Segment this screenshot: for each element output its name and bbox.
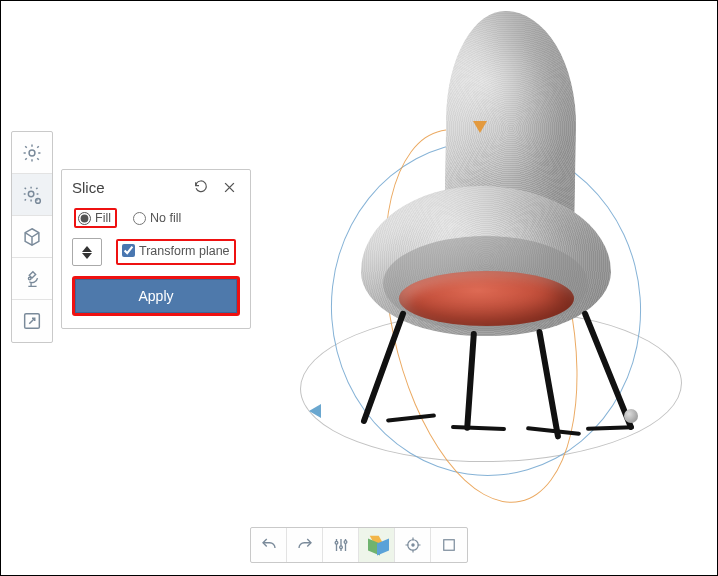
target-icon — [404, 536, 422, 554]
svg-point-2 — [36, 198, 41, 203]
redo-icon — [296, 536, 314, 554]
nofill-radio-label: No fill — [150, 211, 181, 225]
scene — [251, 11, 711, 511]
settings-tool[interactable] — [12, 132, 52, 174]
adjust-button[interactable] — [323, 528, 359, 562]
crop-icon — [440, 536, 458, 554]
svg-rect-10 — [444, 540, 455, 551]
axis-handle-sphere[interactable] — [624, 409, 638, 423]
gear-icon — [21, 142, 43, 164]
crop-button[interactable] — [431, 528, 467, 562]
sliders-icon — [332, 536, 350, 554]
svg-point-0 — [29, 150, 35, 156]
slice-panel: Slice Fill No fill — [61, 169, 251, 329]
close-button[interactable] — [218, 176, 240, 198]
chair-foot — [386, 413, 436, 422]
transform-plane-highlight: Transform plane — [116, 239, 236, 265]
chair-model — [331, 11, 631, 441]
svg-point-9 — [411, 544, 413, 546]
undo-icon — [260, 536, 278, 554]
svg-point-1 — [28, 191, 33, 197]
undo-button[interactable] — [251, 528, 287, 562]
chair-cushion — [399, 271, 574, 326]
axis-handle-orange[interactable] — [473, 121, 487, 133]
center-button[interactable] — [395, 528, 431, 562]
bottom-toolbar — [250, 527, 468, 563]
mesh-tool[interactable] — [12, 216, 52, 258]
reset-icon — [193, 179, 209, 195]
chair-leg — [536, 328, 561, 439]
apply-button[interactable]: Apply — [75, 279, 237, 313]
cube-icon — [368, 536, 386, 554]
transform-plane-label: Transform plane — [139, 244, 230, 258]
reset-button[interactable] — [190, 176, 212, 198]
transform-plane-checkbox[interactable]: Transform plane — [122, 244, 230, 258]
svg-point-3 — [28, 277, 31, 280]
fill-radio-label: Fill — [95, 211, 111, 225]
axis-handle-blue[interactable] — [309, 404, 321, 418]
fill-radio[interactable]: Fill — [74, 208, 117, 228]
export-tool[interactable] — [12, 300, 52, 342]
chair-leg — [360, 310, 407, 425]
redo-button[interactable] — [287, 528, 323, 562]
svg-point-6 — [339, 546, 342, 549]
fill-mode-row: Fill No fill — [72, 204, 240, 234]
nofill-radio-input[interactable] — [133, 212, 146, 225]
nofill-radio[interactable]: No fill — [131, 208, 185, 228]
close-icon — [222, 180, 237, 195]
chair-foot — [586, 425, 634, 431]
plane-stepper[interactable] — [72, 238, 102, 266]
options-row: Transform plane — [72, 238, 240, 266]
transform-plane-input[interactable] — [122, 244, 135, 257]
app-window: Slice Fill No fill — [0, 0, 718, 576]
gear-badge-icon — [21, 184, 43, 206]
inspect-tool[interactable] — [12, 258, 52, 300]
svg-point-5 — [335, 541, 338, 544]
chevron-up-icon — [82, 246, 92, 252]
panel-header: Slice — [72, 170, 240, 204]
view-cube-button[interactable] — [359, 528, 395, 562]
microscope-icon — [21, 268, 43, 290]
chair-leg — [464, 331, 477, 431]
left-toolbar — [11, 131, 53, 343]
hexagon-icon — [21, 226, 43, 248]
panel-title: Slice — [72, 179, 184, 196]
chair-foot — [451, 425, 506, 431]
svg-point-7 — [344, 541, 347, 544]
chevron-down-icon — [82, 253, 92, 259]
slice-tool[interactable] — [12, 174, 52, 216]
apply-highlight: Apply — [72, 276, 240, 316]
fill-radio-input[interactable] — [78, 212, 91, 225]
popout-icon — [21, 310, 43, 332]
